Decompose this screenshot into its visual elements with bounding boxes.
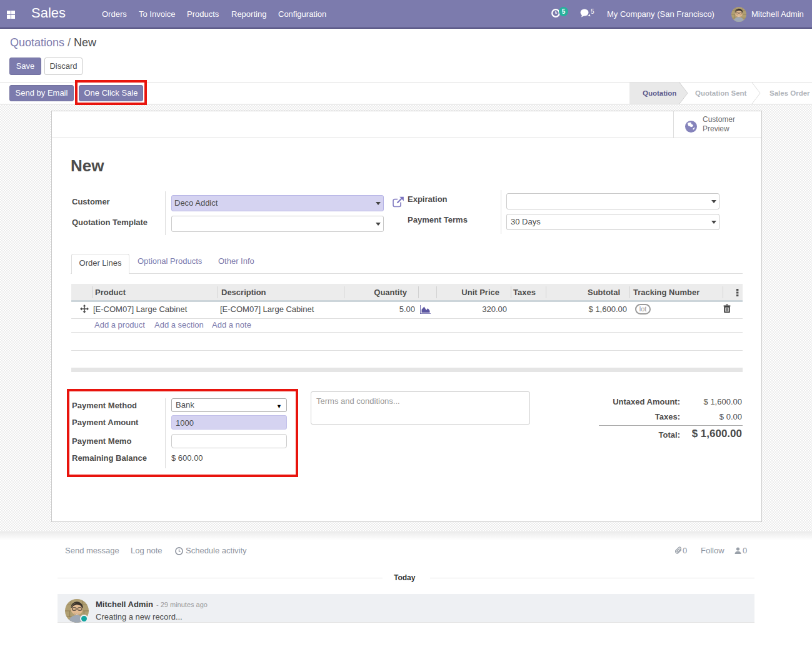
svg-text:Sales Order: Sales Order: [769, 89, 810, 97]
svg-text:Quotation Sent: Quotation Sent: [695, 89, 747, 97]
svg-text:Quotation: Quotation: [643, 89, 676, 97]
